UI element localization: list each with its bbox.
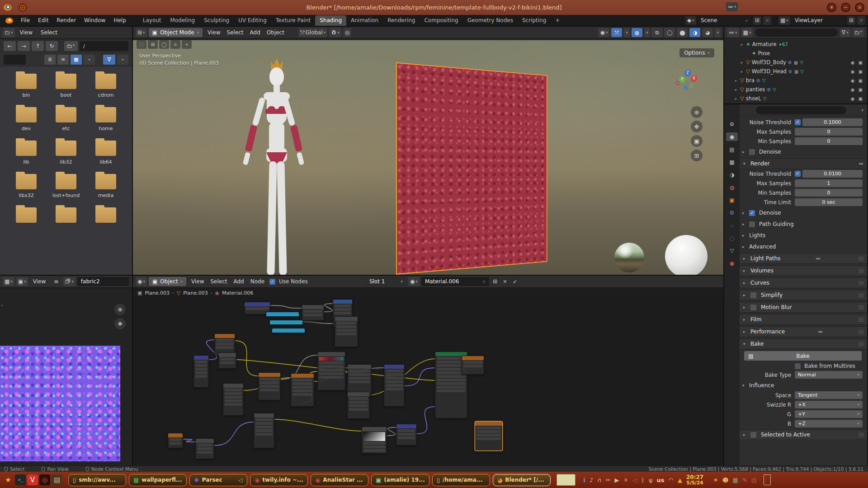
- notes-tray-icon[interactable]: ✎: [742, 477, 747, 483]
- scene-icon[interactable]: ◆▾: [685, 16, 696, 25]
- scene-new-button[interactable]: ⊞: [753, 16, 761, 25]
- path-field[interactable]: [80, 41, 128, 51]
- properties-tab-particles[interactable]: ∴: [726, 221, 738, 230]
- tweak-tool-button[interactable]: ⬚: [137, 40, 146, 49]
- workspace-tab-scripting[interactable]: Scripting: [518, 15, 551, 26]
- overlays-toggle[interactable]: ◍: [632, 28, 642, 37]
- image-view-mode[interactable]: ▣▾: [16, 277, 28, 286]
- shader-node[interactable]: [195, 438, 214, 459]
- hand-pan-icon[interactable]: ✥: [691, 121, 703, 132]
- shader-node[interactable]: [335, 316, 358, 347]
- shader-node[interactable]: [168, 433, 183, 448]
- shader-node[interactable]: [302, 305, 324, 321]
- shader-node[interactable]: [254, 413, 274, 448]
- menu-help[interactable]: Help: [109, 16, 130, 25]
- show-desktop-button[interactable]: [764, 474, 771, 485]
- editor-type-file-browser[interactable]: 🗀▾: [3, 28, 15, 37]
- expand-arrow[interactable]: ▸: [734, 88, 738, 92]
- panel-header-performance[interactable]: ▸Performance≔⣿⣿: [740, 326, 867, 337]
- gizmo-neg-y[interactable]: [689, 84, 693, 88]
- workspace-tab-texture-paint[interactable]: Texture Paint: [271, 15, 315, 26]
- cursor-tool-button[interactable]: ⌖: [182, 40, 192, 49]
- outliner-display-mode[interactable]: ▦▾: [741, 28, 753, 37]
- subpanel-header[interactable]: ▾Influence: [742, 380, 863, 390]
- folder-item[interactable]: lib64: [86, 141, 126, 165]
- viewlayer-icon[interactable]: ▦▾: [778, 16, 790, 25]
- viewport-menu-view[interactable]: View: [204, 28, 223, 37]
- shader-node[interactable]: [362, 427, 387, 454]
- shader-node[interactable]: [272, 328, 305, 333]
- panel-header-selected-to-active[interactable]: ▸Selected to Active⣿⣿: [740, 429, 867, 440]
- expand-arrow[interactable]: ▸: [740, 70, 744, 74]
- editor-type-3d-viewport[interactable]: ⊞▾: [136, 28, 147, 37]
- image-name-field[interactable]: fabric2: [77, 277, 129, 286]
- viewport-menu-object[interactable]: Object: [264, 28, 288, 37]
- node-canvas[interactable]: [133, 298, 723, 465]
- outliner-row[interactable]: ▸▽Wolf3D_Head⚙▦▽◉▣: [724, 67, 867, 76]
- expand-arrow[interactable]: ▸: [734, 97, 738, 101]
- headphones-tray-icon[interactable]: ∩: [597, 477, 602, 483]
- mode-dropdown[interactable]: ▣Object Mode▾: [149, 28, 203, 37]
- proportional-editing-icon[interactable]: ◎: [343, 28, 351, 37]
- outliner-row[interactable]: ▸▽shoeL▽◉▣: [724, 94, 867, 103]
- property-dropdown[interactable]: Normal▾: [795, 371, 863, 379]
- properties-tab-scene[interactable]: ◑: [726, 170, 738, 179]
- node-menu-select[interactable]: Select: [207, 277, 230, 286]
- image-browse-icon[interactable]: 🗇▾: [63, 277, 75, 286]
- select-circle-tool-button[interactable]: ◯: [159, 40, 169, 49]
- shader-node[interactable]: [317, 352, 345, 390]
- property-value-field[interactable]: 0.1000: [802, 118, 863, 126]
- properties-tab-render[interactable]: ◉: [726, 132, 738, 141]
- viewport-menu-select[interactable]: Select: [224, 28, 247, 37]
- property-checkbox[interactable]: ✓: [795, 171, 801, 177]
- properties-tab-object[interactable]: ▣: [726, 196, 738, 204]
- outliner-row[interactable]: ▸▽Wolf3D_Body⚙▦▽◉▣: [724, 58, 867, 67]
- desktop-pager[interactable]: [557, 474, 576, 486]
- property-value-field[interactable]: 1: [795, 179, 863, 187]
- gizmos-dropdown[interactable]: ▾: [624, 28, 630, 37]
- panel-checkbox[interactable]: [750, 305, 756, 310]
- close-button[interactable]: ×: [855, 3, 864, 12]
- editor-type-outliner[interactable]: ≔▾: [727, 28, 739, 37]
- media-player-launcher-icon[interactable]: ◎: [39, 474, 50, 485]
- ortho-grid-icon[interactable]: ⊞: [691, 150, 703, 161]
- properties-tab-object-data[interactable]: ▽: [726, 246, 738, 255]
- shading-dropdown[interactable]: ▾: [715, 28, 721, 37]
- viewlayer-remove-button[interactable]: ×: [857, 16, 865, 25]
- minimize-button[interactable]: −: [841, 3, 850, 12]
- keyboard-layout-tray-icon[interactable]: us: [657, 477, 665, 483]
- display-list-horizontal-button[interactable]: ≡: [57, 55, 69, 65]
- refresh-button[interactable]: ↻: [46, 41, 58, 51]
- volume-tray-icon[interactable]: ◁: [632, 477, 637, 483]
- folder-item[interactable]: dev: [6, 107, 46, 131]
- use-nodes-checkbox[interactable]: ✓: [269, 279, 275, 285]
- display-thumbnails-button[interactable]: ▦: [71, 55, 82, 65]
- viewlayer-selector[interactable]: ViewLayer: [792, 16, 845, 25]
- file-search-input[interactable]: [4, 55, 26, 65]
- select-lasso-tool-button[interactable]: ⟐: [170, 40, 180, 49]
- workspace-tab-animation[interactable]: Animation: [346, 15, 383, 26]
- material-unlink-button[interactable]: ×: [501, 277, 509, 286]
- properties-tab-world[interactable]: ◍: [726, 183, 738, 192]
- gizmo-x-axis[interactable]: X: [691, 75, 697, 82]
- blender-menu-logo-icon[interactable]: [5, 18, 13, 23]
- subpanel-header[interactable]: ▸Lights: [742, 230, 863, 240]
- play-tray-icon[interactable]: ▶: [615, 477, 619, 483]
- panel-checkbox[interactable]: [750, 432, 756, 438]
- eye-visibility-icon[interactable]: ◉: [851, 78, 855, 83]
- node-menu-view[interactable]: View: [188, 277, 207, 286]
- eye-visibility-icon[interactable]: ◉: [851, 69, 855, 74]
- task-button[interactable]: ▯smb://awv...: [68, 474, 126, 486]
- back-button[interactable]: ←: [4, 41, 16, 51]
- panel-header-motion-blur[interactable]: ▸Motion Blur⣿⣿: [740, 302, 867, 313]
- panel-grip[interactable]: ⣿⣿: [859, 281, 863, 285]
- vivaldi-launcher-icon[interactable]: V: [27, 474, 38, 485]
- viewport-scene[interactable]: ⬚ ⊞ ◯ ⟐ ⌖ User Perspective (0) Scene Col…: [133, 40, 723, 275]
- list-options-icon[interactable]: ≔: [818, 329, 823, 335]
- breadcrumb-material[interactable]: Material.006: [222, 290, 253, 296]
- wifi-tray-icon[interactable]: ◠: [669, 477, 674, 483]
- task-button[interactable]: ▦wallpaperfl...: [129, 474, 187, 486]
- lamp-tray-icon[interactable]: ☀: [713, 477, 718, 483]
- properties-tab-material[interactable]: ●: [726, 259, 738, 267]
- folder-item[interactable]: libx32: [6, 174, 46, 198]
